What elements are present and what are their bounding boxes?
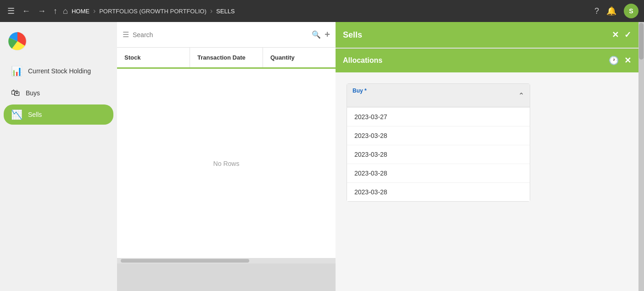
empty-message: No Rows (213, 160, 240, 167)
search-bar: ☰ 🔍 + (117, 22, 336, 48)
breadcrumb-sep-1: › (93, 7, 95, 15)
user-avatar[interactable]: S (624, 4, 638, 18)
horizontal-scrollbar[interactable] (117, 258, 336, 264)
right-panel-container: Sells ✕ ✓ Allocations 🕐 ✕ Buy * (336, 22, 638, 291)
filter-icon[interactable]: ☰ (123, 30, 129, 39)
scrollbar-thumb[interactable] (121, 259, 249, 263)
sells-title: Sells (343, 30, 612, 40)
allocations-header: Allocations 🕐 ✕ (336, 49, 638, 72)
dropdown-input[interactable] (353, 94, 518, 103)
col-stock: Stock (117, 48, 190, 67)
home-breadcrumb[interactable]: HOME (72, 8, 90, 15)
right-scroll-thumb[interactable] (639, 23, 644, 60)
sells-close-icon[interactable]: ✕ (612, 30, 619, 40)
allocations-title: Allocations (343, 56, 609, 65)
menu-icon[interactable]: ☰ (6, 4, 17, 18)
table-body: No Rows (117, 69, 336, 258)
allocations-info-icon[interactable]: 🕐 (609, 55, 619, 66)
dropdown-chevron-icon[interactable]: ⌃ (518, 91, 524, 100)
buy-dropdown: Buy * ⌃ 2023-03-27 2023-03-28 2023-03-28… (347, 83, 530, 202)
topnav-right: ? 🔔 S (594, 4, 638, 18)
back-icon[interactable]: ← (20, 5, 32, 18)
dropdown-option-1[interactable]: 2023-03-28 (347, 126, 530, 145)
sidebar-item-label-current-stock: Current Stock Holding (28, 67, 91, 75)
forward-icon[interactable]: → (36, 5, 48, 18)
sidebar-item-current-stock[interactable]: 📊 Current Stock Holding (4, 61, 113, 81)
sells-icon: 📉 (11, 109, 22, 120)
home-icon[interactable]: ⌂ (63, 6, 68, 16)
logo (0, 27, 117, 60)
breadcrumb-sep-2: › (210, 7, 213, 15)
right-scrollbar[interactable] (638, 22, 644, 291)
sells-header: Sells ✕ ✓ (336, 22, 638, 48)
dropdown-options: 2023-03-27 2023-03-28 2023-03-28 2023-03… (347, 107, 530, 201)
search-icon[interactable]: 🔍 (312, 30, 321, 39)
sidebar-item-sells[interactable]: 📉 Sells (4, 104, 113, 125)
app-logo (7, 31, 28, 53)
dropdown-option-0[interactable]: 2023-03-27 (347, 108, 530, 126)
sidebar: 📊 Current Stock Holding 🛍 Buys 📉 Sells (0, 22, 117, 291)
help-icon[interactable]: ? (594, 6, 599, 16)
sells-confirm-icon[interactable]: ✓ (624, 30, 631, 40)
dropdown-label: Buy * (353, 88, 518, 94)
add-button[interactable]: + (325, 29, 330, 40)
dropdown-header: Buy * ⌃ (347, 84, 530, 107)
col-quantity: Quantity (263, 48, 336, 67)
buys-icon: 🛍 (11, 88, 20, 98)
dropdown-option-4[interactable]: 2023-03-28 (347, 183, 530, 201)
content-area: ☰ 🔍 + Stock Transaction Date Quantity No… (117, 22, 336, 291)
top-navigation: ☰ ← → ↑ ⌂ HOME › PORTFOLIOS (GROWTH PORT… (0, 0, 644, 22)
sidebar-item-buys[interactable]: 🛍 Buys (4, 83, 113, 103)
table-header: Stock Transaction Date Quantity (117, 48, 336, 69)
page-breadcrumb[interactable]: SELLS (216, 8, 235, 15)
notifications-icon[interactable]: 🔔 (606, 6, 616, 16)
search-input[interactable] (133, 31, 308, 38)
sidebar-item-label-sells: Sells (28, 111, 42, 118)
allocations-close-icon[interactable]: ✕ (624, 55, 631, 66)
allocations-body: Buy * ⌃ 2023-03-27 2023-03-28 2023-03-28… (336, 72, 638, 291)
main-layout: 📊 Current Stock Holding 🛍 Buys 📉 Sells ☰… (0, 22, 644, 291)
table-bottom (117, 264, 336, 291)
portfolio-breadcrumb[interactable]: PORTFOLIOS (GROWTH PORTFOLIO) (99, 8, 207, 15)
dropdown-option-3[interactable]: 2023-03-28 (347, 164, 530, 183)
current-stock-icon: 📊 (11, 66, 22, 77)
dropdown-option-2[interactable]: 2023-03-28 (347, 145, 530, 164)
sidebar-item-label-buys: Buys (26, 89, 40, 97)
col-transaction-date: Transaction Date (190, 48, 263, 67)
allocations-icons: 🕐 ✕ (609, 55, 631, 66)
up-icon[interactable]: ↑ (51, 5, 59, 18)
sells-header-icons: ✕ ✓ (612, 30, 631, 40)
